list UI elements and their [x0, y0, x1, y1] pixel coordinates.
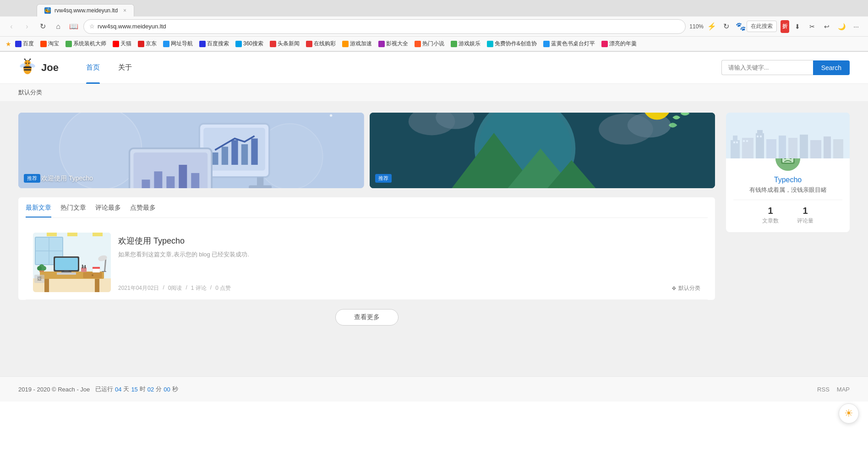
bookmark-label: 天猫 [120, 40, 131, 48]
load-more-button[interactable]: 查看更多 [335, 309, 399, 326]
nav-favicon [163, 41, 169, 47]
sidebar-banner [726, 113, 850, 158]
card2-badge: 推荐 [375, 174, 392, 183]
category-name: 默认分类 [678, 284, 700, 292]
footer-runtime-label [92, 386, 93, 393]
featured-card-2[interactable]: 推荐 [370, 113, 715, 188]
nav-about[interactable]: 关于 [109, 52, 141, 84]
browser-tab-active[interactable]: 🐝 rvw4sq.www.meideyun.ltd × [37, 4, 134, 16]
undo-button[interactable]: ↩ [820, 20, 833, 33]
bookmark-baidu[interactable]: 百度 [12, 39, 37, 49]
address-bar[interactable]: ☆ rvw4sq.www.meideyun.ltd [83, 19, 686, 34]
tab-most-likes[interactable]: 点赞最多 [130, 204, 156, 217]
article-thumb-svg: 🖼 [33, 233, 111, 292]
tab-latest[interactable]: 最新文章 [26, 204, 51, 217]
search-input[interactable] [721, 60, 813, 75]
back-button[interactable]: ‹ [5, 21, 17, 33]
bee-logo-icon [18, 59, 37, 77]
svg-point-18 [330, 114, 332, 116]
category-bar: 默认分类 [0, 84, 868, 102]
bookmark-game-ent[interactable]: 游戏娱乐 [448, 39, 483, 49]
hours-unit: 时 [140, 385, 146, 393]
bookmark-blue-book[interactable]: 蓝黄色书桌台灯平 [540, 39, 598, 49]
tab-hot[interactable]: 热门文章 [60, 204, 86, 217]
bookmark-button[interactable]: 📖 [68, 21, 80, 33]
site-logo[interactable]: Joe [18, 59, 59, 77]
address-star-icon: ☆ [89, 23, 95, 30]
header-left: Joe 首页 关于 [18, 52, 141, 84]
svg-rect-100 [800, 135, 808, 158]
footer-map-link[interactable]: MAP [837, 386, 850, 393]
search-button[interactable]: Search [813, 60, 850, 75]
bookmark-tianmao[interactable]: 天猫 [110, 39, 134, 49]
footer-rss-link[interactable]: RSS [817, 386, 830, 393]
svg-rect-75 [57, 272, 76, 275]
sidebar-motto: 有钱终成着属，没钱亲眼目睹 [749, 186, 827, 194]
svg-rect-64 [93, 233, 103, 236]
svg-rect-62 [47, 233, 57, 236]
article-separator1: / [163, 284, 164, 292]
bookmark-baidu-search[interactable]: 百度搜索 [197, 39, 232, 49]
more-button[interactable]: ··· [850, 20, 863, 33]
bookmark-lottery[interactable]: 在线购彩 [303, 39, 338, 49]
runtime-hours: 15 [131, 386, 137, 393]
svg-rect-28 [251, 138, 257, 164]
bookmark-movies[interactable]: 影视大全 [376, 39, 411, 49]
article-category[interactable]: ❖ 默认分类 [671, 284, 700, 292]
bookmark-toutiao[interactable]: 头条新闻 [267, 39, 302, 49]
sidebar-username[interactable]: Typecho [774, 176, 802, 184]
search-in-page[interactable]: 在此搜索 [747, 21, 777, 32]
forward-button[interactable]: › [21, 21, 33, 33]
bookmark-games[interactable]: 游戏加速 [339, 39, 375, 49]
stat-comments-num: 1 [797, 206, 813, 216]
reload-button[interactable]: ↻ [720, 21, 732, 33]
svg-rect-26 [231, 140, 238, 165]
bookmark-label: 在线购彩 [314, 40, 336, 48]
article-title[interactable]: 欢迎使用 Typecho [118, 235, 700, 246]
site-footer: 2019 - 2020 © Reach - Joe 已运行 04 天 15 时 … [0, 376, 868, 402]
tab-close-icon[interactable]: × [123, 7, 126, 14]
scissors-button[interactable]: ✂ [806, 20, 819, 33]
refresh-button[interactable]: ↻ [37, 21, 49, 33]
tianmao-favicon [113, 41, 119, 47]
system-favicon [66, 41, 72, 47]
bookmark-jd[interactable]: 京东 [135, 39, 159, 49]
category-icon: ❖ [671, 285, 677, 292]
svg-rect-63 [67, 233, 77, 236]
site-header: Joe 首页 关于 Search [0, 52, 868, 84]
sidebar-banner-svg [726, 113, 850, 158]
article-meta-left: 2021年04月02日 / 0阅读 / 1 评论 / 0 点赞 [118, 284, 231, 292]
bookmark-label: 淘宝 [48, 40, 59, 48]
bookmark-beautiful[interactable]: 漂亮的年羹 [599, 39, 639, 49]
svg-rect-82 [83, 266, 84, 268]
article-meta: 2021年04月02日 / 0阅读 / 1 评论 / 0 点赞 ❖ 默认分类 [118, 284, 700, 292]
home-button[interactable]: ⌂ [52, 21, 64, 33]
minutes-unit: 分 [156, 385, 162, 393]
footer-runtime: 2019 - 2020 © Reach - Joe 已运行 04 天 15 时 … [18, 385, 178, 393]
dark-mode-button[interactable]: 🌙 [835, 20, 848, 33]
bookmark-nav[interactable]: 网址导航 [160, 39, 196, 49]
movies-favicon [378, 41, 385, 47]
bookmark-system-install[interactable]: 系统装机大师 [63, 39, 109, 49]
featured-card-1[interactable]: 推荐 欢迎使用 Typecho [18, 113, 364, 188]
download-button[interactable]: ⬇ [791, 20, 804, 33]
gent-favicon [451, 41, 457, 47]
coupon-button[interactable]: 折 [781, 20, 789, 33]
360-favicon [235, 41, 242, 47]
beautiful-favicon [601, 41, 608, 47]
nav-home[interactable]: 首页 [77, 52, 109, 84]
card2-illustration [370, 113, 715, 188]
svg-rect-104 [733, 141, 735, 143]
article-item: 🖼 欢迎使用 Typecho 如果您看到这篇文章,表示您的 blog 已经安装成… [26, 225, 708, 300]
novels-favicon [415, 41, 421, 47]
bookmark-collab[interactable]: 免费协作&创造协 [484, 39, 540, 49]
svg-rect-68 [95, 279, 99, 292]
float-button[interactable]: ☀ [839, 403, 859, 424]
svg-rect-103 [833, 139, 843, 158]
lottery-favicon [306, 41, 312, 47]
tab-most-comments[interactable]: 评论最多 [95, 204, 121, 217]
bookmark-novels[interactable]: 热门小说 [412, 39, 447, 49]
bookmark-taobao[interactable]: 淘宝 [38, 39, 62, 49]
svg-rect-81 [82, 265, 83, 268]
bookmark-360[interactable]: 360搜索 [233, 39, 266, 49]
